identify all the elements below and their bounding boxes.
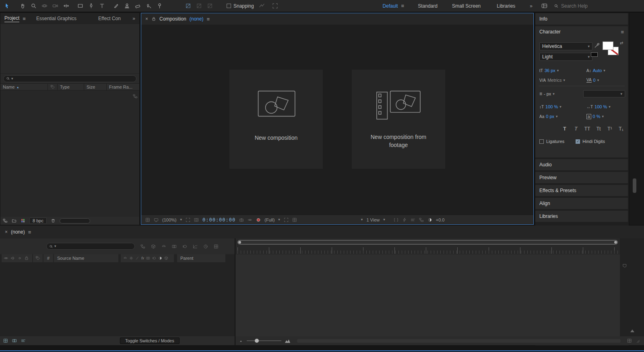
horizontal-scale-dropdown-icon[interactable]: ▾ xyxy=(609,105,611,109)
search-help-input[interactable] xyxy=(561,3,625,9)
resolution-dropdown-icon[interactable]: ▾ xyxy=(278,218,280,222)
timeline-horizontal-scrollbar[interactable] xyxy=(297,339,621,343)
effects-presets-panel-header[interactable]: Effects & Presets xyxy=(535,185,628,196)
expand-in-out-icon[interactable] xyxy=(21,338,26,343)
grid-guides-icon[interactable] xyxy=(145,217,150,222)
fx-switch-icon[interactable]: fx xyxy=(141,256,144,260)
layer-number-column[interactable]: # xyxy=(43,254,53,262)
kerning-dropdown-icon[interactable]: ▾ xyxy=(564,79,566,82)
right-scrollbar-thumb[interactable] xyxy=(633,178,636,193)
project-flowchart-mini-icon[interactable] xyxy=(133,94,138,99)
region-of-interest-icon[interactable] xyxy=(284,217,289,222)
composition-panel-menu-icon[interactable]: ≡ xyxy=(206,16,210,22)
timeline-panel-menu-icon[interactable]: ≡ xyxy=(28,229,31,235)
font-family-select[interactable]: Helvetica ▾ xyxy=(539,42,592,50)
small-caps-button[interactable]: Tt xyxy=(594,126,603,132)
expand-layer-switches-icon[interactable] xyxy=(3,338,8,343)
info-panel-header[interactable]: Info xyxy=(535,13,628,25)
project-flowchart-icon[interactable] xyxy=(3,218,8,223)
orbit-camera-tool[interactable] xyxy=(39,1,50,11)
reset-exposure-icon[interactable] xyxy=(427,217,432,222)
puppet-pin-tool[interactable] xyxy=(154,1,165,11)
video-visibility-icon[interactable] xyxy=(4,256,8,261)
project-settings-icon[interactable] xyxy=(21,218,25,223)
preview-panel-header[interactable]: Preview xyxy=(535,172,628,183)
tracking-dropdown-icon[interactable]: ▾ xyxy=(597,79,599,82)
baseline-shift-dropdown-icon[interactable]: ▾ xyxy=(556,115,558,118)
workspace-overflow-icon[interactable]: » xyxy=(530,3,533,9)
pixel-aspect-icon[interactable] xyxy=(394,217,398,222)
project-search-input[interactable] xyxy=(14,76,134,81)
vertical-scale-value[interactable]: 100 % xyxy=(545,104,558,109)
baseline-shift-value[interactable]: 0 px xyxy=(546,114,554,119)
swap-fill-stroke-icon[interactable]: ⇄ xyxy=(620,41,623,45)
eraser-tool[interactable] xyxy=(132,1,143,11)
quality-switch-icon[interactable] xyxy=(135,256,139,260)
search-options-icon[interactable]: ▾ xyxy=(11,77,13,81)
resolution-select[interactable]: (Full) xyxy=(264,217,275,222)
audio-icon[interactable] xyxy=(10,256,15,261)
rectangle-tool[interactable] xyxy=(75,1,86,11)
view-layout-dropdown-icon[interactable]: ▾ xyxy=(361,218,363,222)
frame-blend-switch-icon[interactable] xyxy=(146,256,150,260)
audio-panel-header[interactable]: Audio xyxy=(535,159,628,170)
zoom-out-frames-icon[interactable] xyxy=(239,339,244,343)
label-column[interactable] xyxy=(33,254,43,262)
brainstorm-icon[interactable] xyxy=(214,244,219,249)
project-tabs-overflow-icon[interactable]: » xyxy=(132,16,135,21)
timeline-button-icon[interactable] xyxy=(411,217,415,222)
horizontal-scale-value[interactable]: 100 % xyxy=(594,104,607,109)
timeline-close-tab-icon[interactable]: × xyxy=(5,229,8,235)
workspace-menu-icon[interactable]: ≡ xyxy=(401,3,405,9)
transparency-grid-icon[interactable] xyxy=(292,217,297,222)
faux-italic-button[interactable]: T xyxy=(572,126,580,132)
font-style-select[interactable]: Light ▾ xyxy=(539,53,592,61)
new-composition-card[interactable]: New composition xyxy=(229,70,323,169)
close-tab-icon[interactable]: × xyxy=(145,16,148,22)
exposure-value[interactable]: +0.0 xyxy=(436,217,445,222)
timeline-options-icon[interactable] xyxy=(627,338,632,343)
fast-previews-icon[interactable] xyxy=(402,217,407,222)
ligatures-checkbox[interactable] xyxy=(539,139,544,144)
leading-value[interactable]: Auto xyxy=(593,68,602,73)
stroke-style-select[interactable]: ▾ xyxy=(583,90,625,97)
workspace-default[interactable]: Default xyxy=(383,3,398,9)
column-name[interactable]: Name ▴ xyxy=(0,84,48,90)
camera-tool[interactable] xyxy=(50,1,61,11)
pan-behind-tool[interactable] xyxy=(61,1,72,11)
kerning-value[interactable]: Metrics xyxy=(547,78,561,83)
pen-tool[interactable] xyxy=(86,1,97,11)
selection-tool[interactable] xyxy=(2,1,12,11)
font-size-value[interactable]: 36 px xyxy=(545,68,555,73)
show-snapshot-icon[interactable] xyxy=(248,217,252,222)
composition-tab-title[interactable]: Composition xyxy=(159,16,186,22)
timeline-zoom-slider[interactable] xyxy=(247,340,281,341)
view-axis-mode-icon[interactable] xyxy=(204,1,215,11)
project-panel-menu-icon[interactable]: ≡ xyxy=(23,16,26,22)
column-label[interactable] xyxy=(48,84,58,90)
timeline-search-input[interactable] xyxy=(58,244,132,249)
workspace-libraries[interactable]: Libraries xyxy=(497,3,515,9)
snap-bounds-icon[interactable] xyxy=(270,1,281,11)
graph-editor-icon[interactable] xyxy=(193,244,198,249)
comp-mini-flowchart-icon[interactable] xyxy=(140,244,145,249)
magnification-select[interactable]: (100%) xyxy=(162,217,176,222)
all-caps-button[interactable]: TT xyxy=(583,126,592,132)
solo-icon[interactable] xyxy=(17,256,22,261)
workspace-switcher-icon[interactable] xyxy=(539,1,550,11)
view-layout-dropdown-icon2[interactable]: ▾ xyxy=(383,218,385,222)
tsume-value[interactable]: 0 % xyxy=(593,114,601,119)
new-folder-icon[interactable] xyxy=(12,218,17,223)
lock-icon[interactable] xyxy=(24,256,29,261)
vertical-scale-dropdown-icon[interactable]: ▾ xyxy=(559,105,561,109)
roto-brush-tool[interactable] xyxy=(143,1,154,11)
hindi-digits-checkbox[interactable]: ✓ xyxy=(576,139,580,144)
toggle-switches-modes-button[interactable]: Toggle Switches / Modes xyxy=(120,338,180,344)
workspace-small-screen[interactable]: Small Screen xyxy=(452,3,481,9)
show-channel-icon[interactable] xyxy=(256,217,261,222)
expand-transfer-controls-icon[interactable] xyxy=(12,338,17,343)
zoom-slider-thumb[interactable] xyxy=(255,339,259,343)
column-frame-rate[interactable]: Frame Ra... xyxy=(107,84,139,90)
lock-icon[interactable] xyxy=(151,17,156,21)
column-type[interactable]: Type xyxy=(58,84,84,90)
